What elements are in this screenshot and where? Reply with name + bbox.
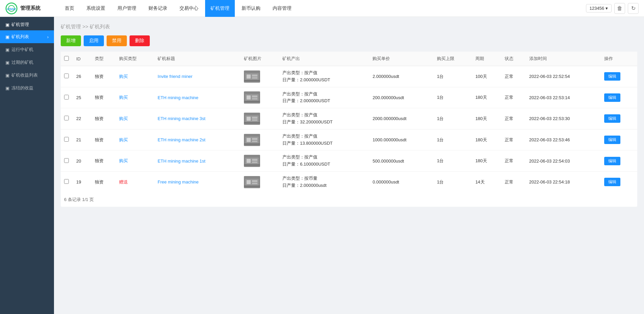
delete-button[interactable]: 删除 — [130, 35, 150, 46]
edit-button-4[interactable]: 编辑 — [604, 157, 620, 165]
refresh-button[interactable]: ↻ — [628, 3, 639, 14]
select-all-checkbox[interactable] — [64, 56, 69, 61]
cell-price-2: 2000.000000usdt — [369, 108, 433, 130]
svg-rect-30 — [252, 180, 257, 182]
cell-buy-type-4[interactable]: 购买 — [116, 150, 154, 172]
dropdown-chevron-icon: ▾ — [606, 6, 608, 11]
nav-finance[interactable]: 财务记录 — [143, 0, 173, 17]
sidebar-frozen-icon: ▣ — [5, 86, 9, 91]
breadcrumb-sep: >> — [82, 24, 90, 29]
row-checkbox-0[interactable] — [64, 74, 69, 78]
col-image: 矿机图片 — [241, 52, 279, 66]
nav-content[interactable]: 内容管理 — [267, 0, 297, 17]
svg-rect-24 — [247, 159, 251, 163]
nav-items: 首页 系统设置 用户管理 财务记录 交易中心 矿机管理 新币认购 内容管理 — [59, 0, 586, 17]
disable-button[interactable]: 禁用 — [107, 35, 127, 46]
trash-button[interactable]: 🗑 — [614, 3, 625, 14]
cell-id-4: 20 — [73, 150, 91, 172]
svg-rect-21 — [252, 141, 257, 142]
cell-action-1: 编辑 — [601, 87, 637, 108]
main-content: 矿机管理 >> 矿机列表 新增 启用 禁用 删除 ID 类型 — [54, 17, 644, 314]
row-checkbox-4[interactable] — [64, 158, 69, 163]
cell-buy-type-2[interactable]: 购买 — [116, 108, 154, 130]
cell-status-1: 正常 — [501, 87, 526, 108]
svg-rect-19 — [247, 138, 251, 142]
edit-button-1[interactable]: 编辑 — [604, 93, 620, 102]
col-price: 购买单价 — [369, 52, 433, 66]
sidebar-miner-list-icon: ▣ — [5, 34, 9, 39]
sidebar-item-expired[interactable]: ▣ 过期的矿机 — [0, 56, 54, 69]
cell-time-4: 2022-06-03 22:54:03 — [526, 150, 601, 172]
cell-type-1: 独资 — [91, 87, 116, 108]
cell-image-5 — [241, 171, 279, 192]
add-button[interactable]: 新增 — [61, 35, 81, 46]
nav-newcoin[interactable]: 新币认购 — [236, 0, 266, 17]
table-row: 22 独资 购买 ETH mining machine 3st 产出类型：按产值… — [61, 108, 637, 130]
cell-image-3 — [241, 129, 279, 150]
col-buy-type: 购买类型 — [116, 52, 154, 66]
edit-button-2[interactable]: 编辑 — [604, 114, 620, 123]
cell-buy-type-3[interactable]: 购买 — [116, 129, 154, 150]
edit-button-0[interactable]: 编辑 — [604, 72, 620, 81]
svg-rect-29 — [247, 180, 251, 184]
cell-period-1: 180天 — [472, 87, 501, 108]
cell-id-5: 19 — [73, 171, 91, 192]
sidebar-expired-icon: ▣ — [5, 60, 9, 65]
cell-id-2: 22 — [73, 108, 91, 130]
nav-home[interactable]: 首页 — [59, 0, 80, 17]
sidebar-item-running[interactable]: ▣ 运行中矿机 — [0, 43, 54, 56]
svg-rect-17 — [244, 122, 260, 123]
svg-rect-31 — [252, 183, 257, 184]
svg-rect-32 — [244, 185, 260, 187]
cell-image-4 — [241, 150, 279, 172]
cell-price-1: 200.000000usdt — [369, 87, 433, 108]
pagination-text: 6 条记录 1/1 页 — [64, 197, 94, 202]
col-title: 矿机标题 — [154, 52, 241, 66]
username-label: 123456 — [590, 6, 604, 11]
svg-text:USDZ: USDZ — [7, 7, 16, 10]
cell-status-2: 正常 — [501, 108, 526, 130]
main-layout: ▣ 矿机管理 ▣ 矿机列表 › ▣ 运行中矿机 ▣ 过期的矿机 — [0, 17, 644, 314]
cell-limit-3: 1台 — [433, 129, 472, 150]
row-checkbox-1[interactable] — [64, 95, 69, 99]
cell-title-3: ETH mining machine 2st — [154, 129, 241, 150]
col-type: 类型 — [91, 52, 116, 66]
sidebar-item-earnings[interactable]: ▣ 矿机收益列表 — [0, 69, 54, 82]
cell-output-3: 产出类型：按产值日产量：13.800000USDT — [279, 129, 369, 150]
col-output: 矿机产出 — [279, 52, 369, 66]
cell-buy-type-0[interactable]: 购买 — [116, 66, 154, 87]
edit-button-3[interactable]: 编辑 — [604, 136, 620, 144]
cell-price-0: 2.000000usdt — [369, 66, 433, 87]
sidebar-item-miner-list[interactable]: ▣ 矿机列表 › — [0, 30, 54, 43]
edit-button-5[interactable]: 编辑 — [604, 178, 620, 186]
sidebar-group-title: ▣ 矿机管理 — [0, 17, 54, 30]
row-checkbox-3[interactable] — [64, 137, 69, 142]
nav-miner[interactable]: 矿机管理 — [205, 0, 235, 17]
cell-limit-4: 1台 — [433, 150, 472, 172]
table-row: 26 独资 购买 Invite friend miner 产出类型：按产值日产量… — [61, 66, 637, 87]
user-dropdown[interactable]: 123456 ▾ — [586, 4, 612, 12]
cell-status-4: 正常 — [501, 150, 526, 172]
cell-title-2: ETH mining machine 3st — [154, 108, 241, 130]
breadcrumb: 矿机管理 >> 矿机列表 — [61, 24, 637, 30]
nav-system[interactable]: 系统设置 — [81, 0, 111, 17]
cell-buy-type-5[interactable]: 赠送 — [116, 171, 154, 192]
table-row: 19 独资 赠送 Free mining machine 产出类型：按币量日产量… — [61, 171, 637, 192]
cell-status-3: 正常 — [501, 129, 526, 150]
cell-price-3: 1000.000000usdt — [369, 129, 433, 150]
cell-buy-type-1[interactable]: 购买 — [116, 87, 154, 108]
cell-price-4: 500.000000usdt — [369, 150, 433, 172]
nav-exchange[interactable]: 交易中心 — [174, 0, 204, 17]
row-checkbox-5[interactable] — [64, 179, 69, 184]
nav-users[interactable]: 用户管理 — [112, 0, 142, 17]
table-row: 25 独资 购买 ETH mining machine 产出类型：按产值日产量：… — [61, 87, 637, 108]
sidebar-item-frozen[interactable]: ▣ 冻结的收益 — [0, 82, 54, 94]
sidebar-running-icon: ▣ — [5, 47, 9, 52]
sidebar-running-label: 运行中矿机 — [11, 47, 33, 53]
row-checkbox-2[interactable] — [64, 116, 69, 120]
svg-rect-4 — [247, 75, 251, 79]
cell-action-3: 编辑 — [601, 129, 637, 150]
enable-button[interactable]: 启用 — [84, 35, 104, 46]
miners-table: ID 类型 购买类型 矿机标题 矿机图片 矿机产出 购买单价 购买上限 周期 状… — [61, 52, 637, 207]
col-time: 添加时间 — [526, 52, 601, 66]
